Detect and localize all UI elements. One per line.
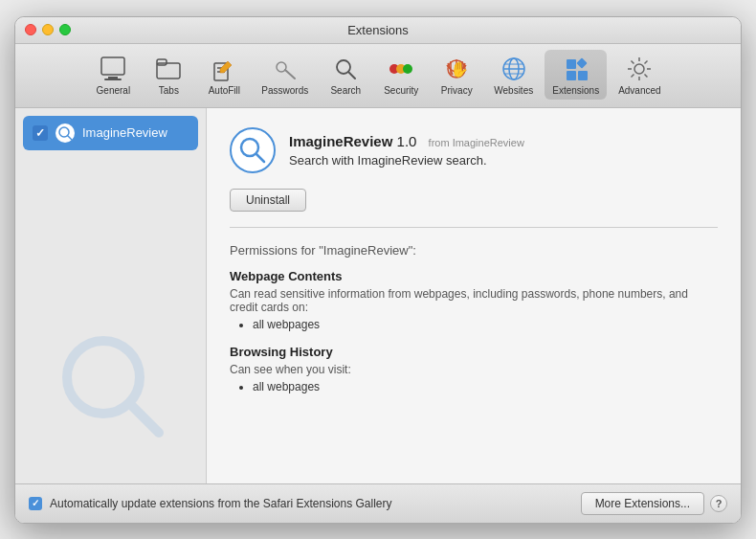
- toolbar-item-passwords[interactable]: Passwords: [254, 50, 316, 100]
- autofill-icon: [209, 54, 239, 84]
- permission-desc-history: Can see when you visit:: [230, 363, 718, 376]
- toolbar-label-tabs: Tabs: [159, 85, 179, 96]
- checkbox-check: ✓: [35, 126, 45, 140]
- bottom-left: ✓ Automatically update extensions from t…: [29, 497, 392, 510]
- svg-rect-1: [108, 77, 118, 79]
- close-button[interactable]: [25, 24, 36, 35]
- extension-title-block: ImagineReview 1.0 from ImagineReview Sea…: [289, 133, 524, 168]
- svg-point-37: [67, 341, 140, 414]
- auto-update-label: Automatically update extensions from the…: [50, 497, 392, 510]
- auto-update-checkbox[interactable]: ✓: [29, 497, 42, 510]
- bottom-right: More Extensions... ?: [581, 492, 727, 515]
- auto-update-check: ✓: [32, 498, 39, 508]
- svg-line-34: [632, 74, 634, 77]
- extension-sidebar-icon: [56, 124, 75, 143]
- sidebar: ✓ ImagineReview: [15, 108, 207, 483]
- permission-heading-webpage: Webpage Contents: [230, 269, 718, 283]
- toolbar-item-autofill[interactable]: AutoFill: [198, 50, 250, 100]
- extension-from-label: from ImagineReview: [429, 137, 524, 148]
- toolbar-label-extensions: Extensions: [552, 85, 599, 96]
- extensions-icon: [561, 54, 591, 84]
- toolbar-label-security: Security: [384, 85, 418, 96]
- toolbar-label-general: General: [97, 85, 131, 96]
- permission-heading-history: Browsing History: [230, 345, 718, 359]
- svg-text:✋: ✋: [450, 60, 469, 79]
- toolbar-label-privacy: Privacy: [441, 85, 473, 96]
- main-content: ✓ ImagineReview: [15, 108, 741, 483]
- permission-item-history: all webpages: [253, 380, 718, 393]
- toolbar-item-websites[interactable]: Websites: [486, 50, 541, 100]
- svg-line-36: [68, 136, 72, 140]
- traffic-lights: [25, 24, 71, 35]
- permission-section-history: Browsing History Can see when you visit:…: [230, 345, 718, 393]
- toolbar-item-extensions[interactable]: Extensions: [545, 50, 607, 100]
- svg-rect-25: [578, 71, 588, 80]
- bottom-bar: ✓ Automatically update extensions from t…: [15, 483, 741, 523]
- advanced-icon: [624, 54, 655, 84]
- svg-line-31: [632, 60, 634, 63]
- extension-large-icon: [230, 127, 276, 173]
- general-icon: [98, 54, 128, 84]
- window-title: Extensions: [347, 23, 409, 37]
- permission-list-webpage: all webpages: [230, 318, 718, 331]
- minimize-button[interactable]: [42, 24, 54, 35]
- toolbar-label-autofill: AutoFill: [209, 85, 240, 96]
- permission-desc-webpage: Can read sensitive information from webp…: [230, 287, 718, 314]
- titlebar: Extensions: [15, 17, 741, 44]
- extension-name: ImagineReview: [289, 133, 392, 149]
- extension-version-number: 1.0: [397, 133, 417, 149]
- svg-line-33: [645, 60, 648, 63]
- extension-title-line: ImagineReview 1.0 from ImagineReview: [289, 133, 524, 149]
- toolbar-item-tabs[interactable]: Tabs: [143, 50, 194, 100]
- svg-line-11: [348, 72, 355, 79]
- toolbar-item-search[interactable]: Search: [320, 50, 371, 100]
- svg-point-14: [403, 64, 412, 74]
- toolbar-item-general[interactable]: General: [87, 50, 139, 100]
- extension-sidebar-name: ImagineReview: [82, 125, 167, 140]
- privacy-icon: ✋: [441, 54, 472, 84]
- toolbar-label-search: Search: [330, 85, 361, 96]
- svg-rect-24: [567, 71, 576, 80]
- svg-line-38: [130, 404, 159, 433]
- svg-rect-0: [101, 57, 124, 75]
- tabs-icon: [153, 54, 184, 84]
- main-window: Extensions General Tabs: [14, 16, 742, 524]
- toolbar: General Tabs AutoFill: [15, 44, 741, 108]
- uninstall-button[interactable]: Uninstall: [230, 189, 306, 212]
- svg-point-26: [634, 64, 644, 74]
- permission-list-history: all webpages: [230, 380, 718, 393]
- toolbar-label-passwords: Passwords: [261, 85, 308, 96]
- security-icon: [386, 54, 416, 84]
- svg-rect-4: [157, 59, 167, 65]
- sidebar-watermark: [54, 327, 168, 464]
- svg-line-40: [256, 154, 264, 162]
- extension-description: Search with ImagineReview search.: [289, 153, 524, 168]
- passwords-icon: [270, 54, 300, 84]
- permission-section-webpage: Webpage Contents Can read sensitive info…: [230, 269, 718, 331]
- svg-rect-23: [576, 57, 587, 68]
- toolbar-item-advanced[interactable]: Advanced: [611, 50, 668, 100]
- more-extensions-button[interactable]: More Extensions...: [581, 492, 704, 515]
- toolbar-item-privacy[interactable]: ✋ Privacy: [431, 50, 482, 100]
- svg-rect-22: [567, 59, 576, 69]
- svg-rect-2: [104, 79, 122, 80]
- websites-icon: [499, 54, 529, 84]
- permission-item: all webpages: [253, 318, 718, 331]
- extension-checkbox[interactable]: ✓: [33, 125, 48, 141]
- search-toolbar-icon: [330, 54, 361, 84]
- toolbar-label-advanced: Advanced: [618, 85, 660, 96]
- toolbar-label-websites: Websites: [494, 85, 533, 96]
- svg-line-32: [645, 74, 648, 77]
- help-button[interactable]: ?: [710, 495, 727, 512]
- maximize-button[interactable]: [59, 24, 71, 35]
- svg-line-9: [285, 70, 295, 79]
- extension-list-item[interactable]: ✓ ImagineReview: [23, 116, 198, 150]
- extension-header: ImagineReview 1.0 from ImagineReview Sea…: [230, 127, 718, 173]
- toolbar-item-security[interactable]: Security: [375, 50, 427, 100]
- divider: [230, 227, 718, 228]
- detail-panel: ImagineReview 1.0 from ImagineReview Sea…: [207, 108, 741, 483]
- permissions-heading: Permissions for "ImagineReview":: [230, 243, 718, 258]
